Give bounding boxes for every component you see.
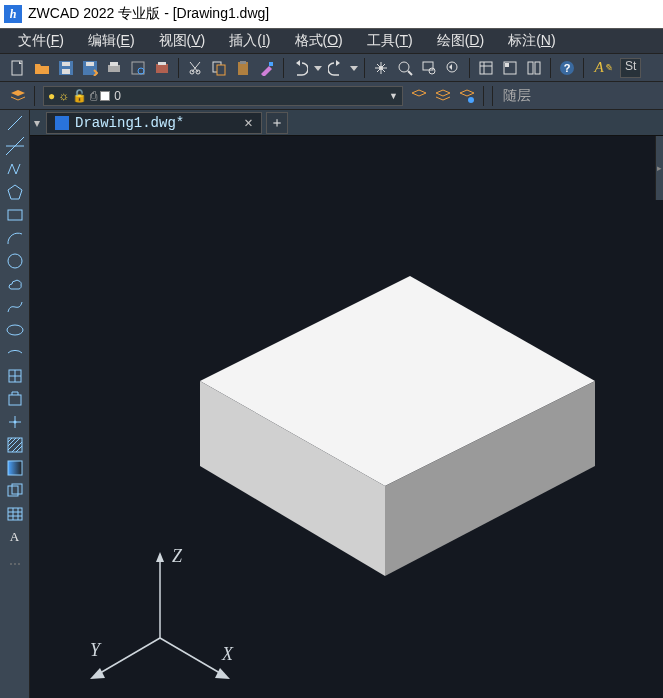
svg-rect-46 — [8, 508, 22, 520]
undo-button[interactable] — [289, 57, 311, 79]
tool-palettes-button[interactable] — [523, 57, 545, 79]
menu-dimension[interactable]: 标注(N) — [496, 29, 567, 53]
svg-rect-18 — [269, 62, 273, 66]
pan-button[interactable] — [370, 57, 392, 79]
drawing-area: ▾ Drawing1.dwg* ✕ ＋ — [30, 110, 663, 698]
svg-rect-26 — [505, 63, 509, 67]
window-titlebar: h ZWCAD 2022 专业版 - [Drawing1.dwg] — [0, 0, 663, 28]
svg-point-38 — [7, 325, 23, 335]
layer-state-button[interactable] — [432, 85, 454, 107]
publish-button[interactable] — [151, 57, 173, 79]
table-tool[interactable] — [3, 503, 27, 525]
gradient-tool[interactable] — [3, 457, 27, 479]
zoom-prev-button[interactable] — [442, 57, 464, 79]
ellipse-arc-tool[interactable] — [3, 342, 27, 364]
redo-dropdown-button[interactable] — [349, 57, 359, 79]
model-viewport[interactable]: Z X Y ▸ — [30, 136, 663, 698]
close-tab-button[interactable]: ✕ — [244, 114, 252, 131]
arc-tool[interactable] — [3, 227, 27, 249]
spline-tool[interactable] — [3, 296, 27, 318]
svg-rect-21 — [423, 62, 433, 70]
toolbar-separator — [492, 86, 493, 106]
layer-iso-button[interactable] — [456, 85, 478, 107]
hatch-tool[interactable] — [3, 434, 27, 456]
save-as-button[interactable] — [79, 57, 101, 79]
polyline-tool[interactable] — [3, 158, 27, 180]
toolbar-separator — [364, 58, 365, 78]
layer-manager-button[interactable] — [7, 85, 29, 107]
bylayer-label: 随层 — [503, 87, 531, 105]
menu-tools[interactable]: 工具(T) — [355, 29, 425, 53]
revcloud-tool[interactable] — [3, 273, 27, 295]
insert-block-tool[interactable] — [3, 365, 27, 387]
properties-button[interactable] — [475, 57, 497, 79]
toolbar-separator — [483, 86, 484, 106]
help-button[interactable]: ? — [556, 57, 578, 79]
save-button[interactable] — [55, 57, 77, 79]
polygon-tool[interactable] — [3, 181, 27, 203]
menu-file[interactable]: 文件(F) — [6, 29, 76, 53]
svg-rect-2 — [62, 62, 70, 66]
window-title: ZWCAD 2022 专业版 - [Drawing1.dwg] — [28, 5, 269, 23]
zoom-realtime-button[interactable] — [394, 57, 416, 79]
point-tool[interactable] — [3, 411, 27, 433]
svg-text:?: ? — [564, 62, 571, 74]
menu-insert[interactable]: 插入(I) — [217, 29, 282, 53]
tab-drawing1[interactable]: Drawing1.dwg* ✕ — [46, 112, 262, 134]
sun-icon: ☼ — [58, 89, 69, 103]
rectangle-tool[interactable] — [3, 204, 27, 226]
circle-tool[interactable] — [3, 250, 27, 272]
svg-rect-15 — [217, 65, 225, 75]
axis-z-label: Z — [172, 548, 183, 566]
undo-dropdown-button[interactable] — [313, 57, 323, 79]
toolbar-separator — [550, 58, 551, 78]
menu-draw[interactable]: 绘图(D) — [425, 29, 496, 53]
menu-view[interactable]: 视图(V) — [147, 29, 218, 53]
svg-point-19 — [379, 66, 383, 70]
dwg-file-icon — [55, 116, 69, 130]
cut-button[interactable] — [184, 57, 206, 79]
toolbar-separator — [583, 58, 584, 78]
redo-button[interactable] — [325, 57, 347, 79]
svg-point-9 — [138, 68, 144, 74]
palette-expand-handle[interactable]: ⋯ — [3, 549, 27, 579]
svg-marker-54 — [215, 668, 230, 679]
menu-format[interactable]: 格式(O) — [283, 29, 355, 53]
ellipse-tool[interactable] — [3, 319, 27, 341]
svg-marker-35 — [8, 185, 22, 199]
text-style-button[interactable]: A✎ — [589, 57, 617, 79]
layer-previous-button[interactable] — [408, 85, 430, 107]
menu-edit[interactable]: 编辑(E) — [76, 29, 147, 53]
svg-point-20 — [399, 62, 409, 72]
zoom-window-button[interactable] — [418, 57, 440, 79]
mtext-tool[interactable]: A — [3, 526, 27, 548]
svg-rect-7 — [110, 62, 118, 66]
line-tool[interactable] — [3, 112, 27, 134]
new-doc-button[interactable] — [7, 57, 29, 79]
region-tool[interactable] — [3, 480, 27, 502]
open-button[interactable] — [31, 57, 53, 79]
plot-preview-button[interactable] — [127, 57, 149, 79]
match-prop-button[interactable] — [256, 57, 278, 79]
design-center-button[interactable] — [499, 57, 521, 79]
document-tabbar: ▾ Drawing1.dwg* ✕ ＋ — [30, 110, 663, 136]
make-block-tool[interactable] — [3, 388, 27, 410]
copy-button[interactable] — [208, 57, 230, 79]
tab-list-dropdown[interactable]: ▾ — [34, 116, 40, 130]
svg-marker-53 — [156, 552, 164, 562]
svg-line-32 — [8, 116, 22, 130]
svg-rect-28 — [535, 62, 540, 74]
new-tab-button[interactable]: ＋ — [266, 112, 288, 134]
viewport-expand-handle[interactable]: ▸ — [655, 136, 663, 200]
plot-button[interactable] — [103, 57, 125, 79]
layer-dropdown[interactable]: ● ☼ 🔓 ⎙ 0 ▼ — [43, 86, 403, 106]
paste-button[interactable] — [232, 57, 254, 79]
svg-rect-17 — [240, 61, 246, 64]
ucs-axes-icon: Z X Y — [80, 548, 240, 688]
solid-box-object[interactable] — [200, 256, 600, 586]
svg-rect-40 — [9, 395, 21, 405]
xline-tool[interactable] — [3, 135, 27, 157]
toolbar-separator — [34, 86, 35, 106]
svg-rect-10 — [156, 64, 168, 73]
style-combo[interactable]: St — [620, 58, 641, 78]
